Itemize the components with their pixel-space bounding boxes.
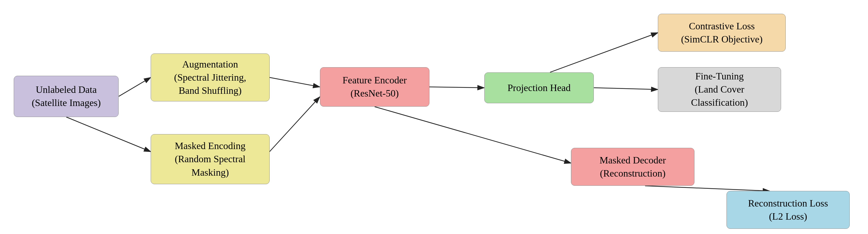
node-augmentation: Augmentation(Spectral Jittering,Band Shu… — [151, 53, 269, 102]
node-contrastive-loss: Contrastive Loss(SimCLR Objective) — [658, 14, 786, 52]
node-masked-decoder: Masked Decoder(Reconstruction) — [571, 148, 694, 186]
arrow-a8 — [374, 107, 571, 163]
arrow-a9 — [645, 186, 770, 191]
arrow-a7 — [594, 88, 658, 89]
arrow-a6 — [550, 33, 658, 72]
arrow-a3 — [270, 77, 320, 87]
node-unlabeled-data: Unlabeled Data(Satellite Images) — [14, 76, 119, 117]
node-fine-tuning: Fine-Tuning(Land CoverClassification) — [658, 67, 781, 112]
node-masked-encoding: Masked Encoding(Random SpectralMasking) — [151, 134, 269, 184]
arrow-a1 — [119, 77, 151, 96]
arrow-a4 — [270, 97, 320, 152]
node-reconstruction-loss: Reconstruction Loss(L2 Loss) — [726, 191, 850, 229]
node-projection-head: Projection Head — [484, 72, 594, 103]
arrow-a2 — [66, 117, 151, 152]
arrow-a5 — [429, 87, 484, 88]
node-feature-encoder: Feature Encoder(ResNet-50) — [320, 67, 429, 107]
diagram-container: Unlabeled Data(Satellite Images)Augmenta… — [0, 0, 868, 234]
